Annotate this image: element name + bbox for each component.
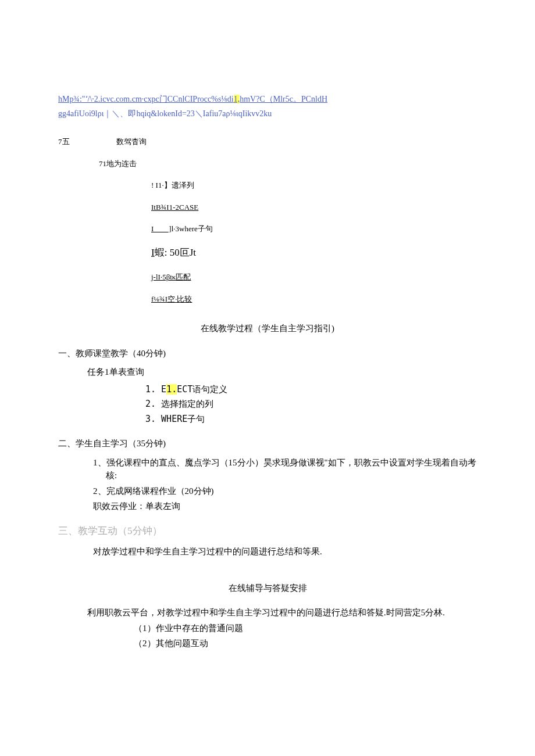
section1-task: 任务1单表查询: [87, 366, 477, 379]
sec7-sub: 71地为连击: [99, 158, 477, 170]
outline-item: ItB¾I1-2CASE: [151, 202, 477, 213]
process-heading: 在线教学过程（学生自主学习指引): [58, 322, 477, 335]
outline-item: f⅛¾I空·比较: [151, 293, 477, 305]
url-line1-pre: hMp¾:"ʻ/\·2.icvc.com.cm·cxpc门CCnlCIProcc…: [58, 95, 234, 103]
section2-title: 二、学生自主学习（35分钟): [58, 437, 477, 450]
section2-item2: 2、完成网络课程作业（20分钟): [93, 485, 477, 498]
section3-para: 对放学过程中和学生自主学习过程中的问题进行总结和等果.: [93, 545, 477, 558]
list-item: 1. E1.ECT语句定义: [145, 382, 477, 397]
section2-item1: 1、强化课程中的直点、魔点学习（15分小）昊求现身做课视"如下，职教云中设置对学…: [93, 456, 477, 482]
section3-title: 三、教学互动（5分钟）: [58, 524, 477, 539]
outline-pre: !: [151, 181, 156, 189]
outline-text-u: I____]: [151, 224, 172, 233]
outline-item: I____]l·3where子句: [151, 223, 477, 235]
url-line1-hl: 1,: [234, 95, 240, 103]
tutor-intro: 利用职教云平台，对教学过程中和学生自主学习过程中的问题进行总结和答疑.时同营定5…: [87, 606, 477, 619]
list-item: 2. 选择指定的列: [145, 397, 477, 412]
tutor-heading: 在线辅导与答疑安排: [58, 582, 477, 595]
section1-title: 一、教师课堂教学（40分钟): [58, 347, 477, 360]
outline-item-big: I蝦: 50叵Jt: [151, 245, 477, 260]
outline-text-rest: 蝦: 50叵Jt: [155, 247, 196, 258]
outline-item: j-lI·5βtκ匹配: [151, 271, 477, 283]
sec7-number: 7五: [58, 136, 116, 148]
url-line1-post: hmV?C（Mlr5c。PCnldH: [240, 95, 327, 103]
sec7-title: 数驾杳询: [116, 136, 147, 148]
section-7: 7五 数驾杳询 71地为连击 ! I1·】遗泽列 ItB¾I1-2CASE I_…: [58, 136, 477, 304]
outline-text: j-lI·5βtκ匹配: [151, 273, 191, 281]
url-block: hMp¾:"ʻ/\·2.icvc.com.cm·cxpc门CCnlCIProcc…: [58, 93, 477, 120]
outline-text: ItB¾I1-2CASE: [151, 203, 198, 212]
tutor-p2: （2）其他问题互动: [134, 637, 477, 650]
list-item: 3. WHERE子句: [145, 412, 477, 427]
tutor-p1: （1）作业中存在的普通问题: [134, 622, 477, 635]
url-line2: gg4afiUoi9lρι｜＼、即hqiq&lokenId=23＼Iafiu7a…: [58, 108, 477, 120]
section2-item3: 职效云停业：单表左询: [93, 500, 477, 513]
outline-item: ! I1·】遗泽列: [151, 180, 477, 191]
outline-text-rest: l·3where子句: [172, 224, 213, 233]
outline-text: f⅛¾I空·比较: [151, 295, 192, 303]
section1-list: 1. E1.ECT语句定义 2. 选择指定的列 3. WHERE子句: [145, 382, 477, 427]
outline-text: I1·】遗泽列: [156, 181, 194, 189]
